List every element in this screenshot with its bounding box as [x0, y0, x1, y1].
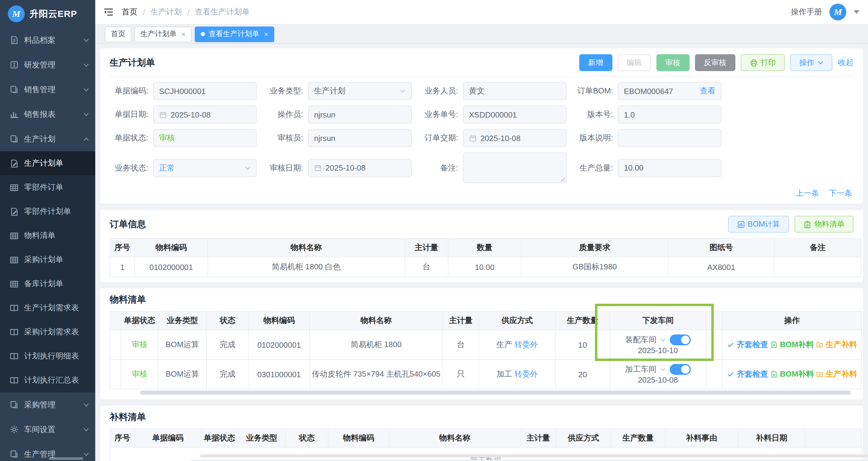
next-record-link[interactable]: 下一条 — [829, 188, 852, 199]
audit-button[interactable]: 审核 — [656, 54, 689, 71]
biz-type-select[interactable]: 生产计划 — [308, 82, 412, 100]
production-supplement-link[interactable]: 生产补料 — [816, 369, 857, 380]
sidebar-scrollbar-thumb[interactable] — [49, 457, 83, 460]
sidebar-item-rnd-management[interactable]: 研发管理 — [0, 53, 95, 77]
sidebar-item-purchase-demand-report[interactable]: 采购计划需求表 — [0, 320, 95, 344]
chevron-down-icon — [660, 366, 666, 372]
breadcrumb-production-plan[interactable]: 生产计划 — [150, 7, 182, 18]
tab-view-production-plan-order[interactable]: 查看生产计划单 × — [195, 26, 274, 42]
edit-button[interactable]: 编辑 — [618, 54, 651, 71]
sidebar-item-production-plan[interactable]: 生产计划 — [0, 127, 95, 151]
sidebar-item-purchase-plan-order[interactable]: 采购计划单 — [0, 248, 95, 272]
audit-date-input[interactable]: 2025-10-08 — [308, 159, 412, 177]
sidebar-item-production-demand-report[interactable]: 生产计划需求表 — [0, 296, 95, 320]
table-row[interactable]: 审核 BOM运算 完成 0301000001 传动皮轮件 735×794 主机孔… — [110, 360, 862, 389]
workshop-select[interactable]: 装配车间 — [625, 334, 656, 345]
material-list-card: 物料清单 单据状态 业务类型 状态 物料编码 物料名称 主计量 — [100, 288, 863, 400]
column-header: 单据状态 — [201, 429, 238, 448]
sidebar-item-parts-plan-order[interactable]: 零部件计划单 — [0, 199, 95, 223]
previous-record-link[interactable]: 上一条 — [796, 188, 819, 199]
field-label: 业务状态: — [110, 162, 148, 173]
view-bom-link[interactable]: 查看 — [700, 86, 715, 96]
sidebar-collapse-icon[interactable] — [104, 8, 113, 16]
cell-qty: 10.00 — [448, 257, 521, 277]
dispatch-toggle[interactable] — [670, 334, 691, 345]
top-navigation-bar: 首页 / 生产计划 / 查看生产计划单 操作手册 M — [95, 0, 868, 25]
dispatch-toggle[interactable] — [670, 364, 691, 375]
column-header: 供应方式 — [479, 311, 555, 330]
manual-link[interactable]: 操作手册 — [791, 7, 822, 18]
bom-supplement-link[interactable]: BOM补料 — [770, 339, 814, 350]
sidebar-item-sales-report[interactable]: 销售报表 — [0, 102, 95, 127]
sidebar-item-production-plan-order[interactable]: 生产计划单 — [0, 151, 95, 175]
sidebar-item-purchase-management[interactable]: 采购管理 — [0, 392, 95, 417]
biz-status-select[interactable]: 正常 — [153, 159, 257, 177]
cell-code: 0102000001 — [249, 330, 310, 360]
bill-date-input[interactable]: 2025-10-08 — [153, 105, 257, 124]
avatar[interactable]: M — [830, 4, 846, 21]
scrollbar-thumb[interactable] — [140, 391, 851, 395]
sidebar-item-workshop-settings[interactable]: 车间设置 — [0, 417, 95, 442]
close-icon[interactable]: × — [264, 30, 268, 38]
breadcrumb-home[interactable]: 首页 — [122, 7, 137, 18]
tab-home[interactable]: 首页 — [105, 26, 131, 42]
workshop-select[interactable]: 加工车间 — [625, 364, 656, 375]
sidebar-item-material-archive[interactable]: 料品档案 — [0, 28, 95, 53]
tab-production-plan-order[interactable]: 生产计划单 × — [134, 26, 192, 42]
kit-check-link[interactable]: 齐套检查 — [727, 369, 768, 380]
sidebar-item-plan-exec-detail-report[interactable]: 计划执行明细表 — [0, 344, 95, 368]
outsource-link[interactable]: 转委外 — [515, 340, 538, 349]
column-header: 数量 — [448, 238, 521, 257]
actions-dropdown-button[interactable]: 操作 — [790, 54, 832, 71]
bom-calc-button[interactable]: BOM计算 — [728, 216, 789, 233]
collapse-link[interactable]: 收起 — [838, 57, 854, 68]
bill-status-input[interactable]: 审核 — [153, 129, 257, 147]
table-row[interactable]: 1 0102000001 简易机柜 1800 白色 台 10.00 GB国标19… — [110, 257, 861, 277]
auditor-input[interactable]: njrsun — [308, 129, 412, 147]
operator-input[interactable]: njrsun — [308, 105, 412, 124]
clipboard-icon — [804, 220, 811, 228]
sidebar-item-stock-plan-order[interactable]: 备库计划单 — [0, 272, 95, 296]
bom-supplement-link[interactable]: BOM补料 — [770, 369, 814, 380]
order-bom-input[interactable]: EBOM000647 查看 — [618, 82, 721, 100]
sidebar-item-parts-order[interactable]: 零部件订单 — [0, 175, 95, 199]
version-note-input[interactable] — [618, 129, 721, 147]
material-list-button[interactable]: 物料清单 — [795, 216, 854, 233]
actions-button-label: 操作 — [799, 58, 814, 68]
sidebar-item-material-bom-list[interactable]: 物料清单 — [0, 223, 95, 248]
cell-supply: 加工 转委外 — [479, 360, 555, 389]
version-input[interactable]: 1.0 — [618, 105, 721, 124]
table-header-row: 序号 单据编码 单据状态 业务类型 状态 物料编码 物料名称 主计量 供应方式 … — [110, 429, 862, 448]
print-button[interactable]: 打印 — [741, 54, 785, 71]
outsource-link[interactable]: 转委外 — [515, 369, 538, 378]
cell-unit: 台 — [443, 330, 479, 360]
bill-code-input[interactable]: SCJH000001 — [153, 82, 257, 100]
field-label: 业务类型: — [265, 86, 303, 96]
total-qty-input[interactable]: 10.00 — [618, 159, 721, 177]
gutter-header — [805, 429, 862, 448]
sidebar-item-plan-exec-summary-report[interactable]: 计划执行汇总表 — [0, 368, 95, 392]
chevron-down-icon — [817, 60, 824, 66]
dispatch-date[interactable]: 2025-10-10 — [611, 346, 705, 355]
cell-biz-type: BOM运算 — [158, 330, 207, 360]
order-due-input[interactable]: 2025-10-08 — [463, 129, 567, 147]
table-row[interactable]: 审核 BOM运算 完成 0102000001 简易机柜 1800 台 生产 转委… — [110, 330, 862, 360]
remark-textarea[interactable] — [463, 152, 567, 183]
biz-person-input[interactable]: 黄文 — [463, 82, 567, 100]
sidebar-item-label: 零部件订单 — [24, 182, 63, 193]
sidebar-item-sales-management[interactable]: 销售管理 — [0, 77, 95, 102]
add-button[interactable]: 新增 — [579, 54, 612, 71]
user-menu-caret-icon[interactable] — [854, 10, 860, 14]
kit-check-link[interactable]: 齐套检查 — [727, 339, 768, 350]
tab-bar: 首页 生产计划单 × 查看生产计划单 × — [95, 25, 868, 44]
unaudit-button[interactable]: 反审核 — [695, 54, 735, 71]
cell-actions: 齐套检查 BOM补料 生产补料 — [722, 360, 862, 389]
production-supplement-link[interactable]: 生产补料 — [816, 339, 857, 350]
dispatch-date[interactable]: 2025-10-08 — [611, 375, 705, 385]
page-horizontal-scrollbar[interactable] — [200, 454, 868, 457]
close-icon[interactable]: × — [181, 30, 186, 38]
field-audit-date: 审核日期: 2025-10-08 — [265, 159, 412, 177]
breadcrumb-separator: / — [187, 7, 189, 17]
resize-handle[interactable] — [559, 176, 565, 181]
biz-no-input[interactable]: XSDD000001 — [463, 105, 567, 124]
